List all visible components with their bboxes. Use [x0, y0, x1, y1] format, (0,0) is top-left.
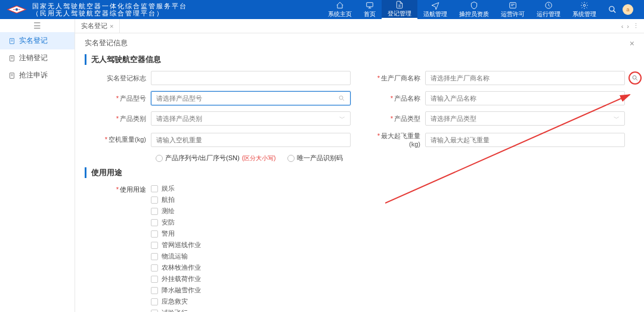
label-model: 产品型号	[94, 94, 151, 103]
tab-nav-controls: ‹ › ⋮	[617, 19, 644, 33]
input-prodname[interactable]	[425, 91, 625, 105]
tab-menu-icon[interactable]: ⋮	[633, 22, 639, 30]
sidebar-toggle[interactable]: ☰	[0, 19, 75, 32]
tab-prev-icon[interactable]: ‹	[621, 23, 624, 30]
tab-next-icon[interactable]: ›	[627, 23, 629, 30]
checkbox-icon	[151, 276, 158, 283]
nav-operation-license[interactable]: 运营许可	[495, 0, 531, 19]
nav-system-mgmt[interactable]: 系统管理	[566, 0, 602, 19]
panel-title: 实名登记信息	[85, 38, 128, 48]
label-mfr: 生产厂商名称	[369, 74, 425, 83]
usage-option[interactable]: 试验飞行	[151, 308, 201, 312]
radio-icon	[287, 155, 295, 162]
search-icon[interactable]	[608, 5, 617, 14]
app-title-line2: （民用无人驾驶航空器综合管理平台）	[32, 10, 187, 17]
doc-icon	[8, 55, 16, 62]
radio-icon	[156, 155, 163, 162]
close-icon[interactable]: ×	[110, 23, 113, 30]
usage-option[interactable]: 航拍	[151, 195, 201, 204]
usage-option[interactable]: 农林牧渔作业	[151, 263, 201, 272]
svg-point-10	[339, 96, 343, 99]
label-reg-id: 实名登记标志	[94, 74, 151, 83]
label-prodname: 产品名称	[369, 94, 425, 103]
header-right: a	[602, 4, 639, 15]
section-uav-info-title: 无人驾驶航空器信息	[85, 54, 637, 65]
usage-option[interactable]: 应急救灾	[151, 297, 201, 306]
input-reg-id[interactable]	[151, 71, 351, 85]
license-icon	[509, 1, 517, 10]
usage-option[interactable]: 管网巡线作业	[151, 241, 201, 249]
svg-point-0	[16, 8, 18, 11]
section-usage-title: 使用用途	[85, 167, 637, 178]
mfr-search-button[interactable]	[628, 71, 642, 85]
usage-option[interactable]: 降水融雪作业	[151, 286, 201, 295]
gear-icon	[580, 1, 589, 10]
input-empty-wt[interactable]	[151, 133, 351, 147]
nav-system-home[interactable]: 系统主页	[322, 0, 358, 19]
checkbox-icon	[151, 208, 158, 215]
label-prodtype: 产品类型	[369, 114, 425, 123]
operation-icon	[544, 1, 553, 10]
label-prodcat: 产品类别	[94, 114, 151, 123]
home-icon	[336, 1, 344, 10]
radio-uid[interactable]: 唯一产品识别码	[287, 154, 343, 163]
tab-bar: 实名登记 × ‹ › ⋮	[75, 19, 644, 33]
checkbox-icon	[151, 310, 158, 313]
input-mtow[interactable]	[425, 133, 625, 147]
checkbox-icon	[151, 287, 158, 294]
app-title: 国家无人驾驶航空器一体化综合监管服务平台 （民用无人驾驶航空器综合管理平台）	[32, 2, 187, 17]
search-icon	[631, 74, 639, 82]
select-prodtype[interactable]: ﹀	[425, 111, 625, 126]
label-mtow: 最大起飞重量(kg)	[369, 132, 425, 148]
select-prodcat[interactable]: ﹀	[151, 111, 351, 126]
label-usage: 使用用途	[94, 184, 151, 312]
checkbox-icon	[151, 230, 158, 238]
sidebar-item-realname[interactable]: 实名登记	[0, 32, 75, 49]
nav-airworthiness[interactable]: 适航管理	[417, 0, 453, 19]
nav-operator-qual[interactable]: 操控员资质	[453, 0, 495, 19]
select-model[interactable]	[151, 91, 351, 105]
nav-operation-mgmt[interactable]: 运行管理	[531, 0, 566, 19]
register-icon	[395, 1, 404, 9]
sidebar-item-appeal[interactable]: 抢注申诉	[0, 67, 75, 84]
input-mfr[interactable]	[425, 71, 625, 85]
top-nav: 系统主页 首页 登记管理 适航管理 操控员资质 运营许可 运行管理 系统管理	[322, 0, 602, 19]
app-title-line1: 国家无人驾驶航空器一体化综合监管服务平台	[32, 2, 187, 10]
checkbox-icon	[151, 219, 158, 226]
doc-icon	[8, 72, 16, 79]
main-area: 实名登记 × ‹ › ⋮ 实名登记信息 × 无人驾驶航空器信息 实名登记标志	[75, 19, 644, 312]
search-icon	[338, 95, 345, 102]
panel-close-icon[interactable]: ×	[630, 39, 634, 48]
nav-registration[interactable]: 登记管理	[382, 0, 417, 19]
usage-option[interactable]: 警用	[151, 229, 201, 238]
checkbox-icon	[151, 264, 158, 272]
plane-icon	[431, 1, 439, 10]
checkbox-icon	[151, 196, 158, 204]
content-panel: 实名登记信息 × 无人驾驶航空器信息 实名登记标志 生产厂商名称 产品型号	[75, 33, 644, 312]
label-empty-wt: 空机重量(kg)	[94, 135, 151, 144]
chevron-down-icon: ﹀	[339, 114, 345, 123]
nav-home[interactable]: 首页	[358, 0, 382, 19]
usage-option[interactable]: 娱乐	[151, 184, 201, 193]
avatar[interactable]: a	[623, 4, 633, 15]
checkbox-icon	[151, 185, 158, 192]
svg-rect-1	[367, 2, 373, 7]
usage-list: 娱乐 航拍 测绘 安防 警用 管网巡线作业 物流运输 农林牧渔作业 外挂载荷作业…	[151, 184, 201, 312]
checkbox-icon	[151, 253, 158, 260]
doc-icon	[8, 38, 16, 45]
usage-option[interactable]: 物流运输	[151, 252, 201, 261]
svg-point-5	[609, 7, 614, 11]
checkbox-icon	[151, 242, 158, 249]
logo-icon	[5, 2, 29, 17]
usage-option[interactable]: 外挂载荷作业	[151, 274, 201, 283]
radio-sn[interactable]: 产品序列号/出厂序号(SN)(区分大小写)	[156, 154, 275, 163]
tab-realname[interactable]: 实名登记 ×	[75, 19, 120, 33]
monitor-icon	[366, 1, 374, 10]
chevron-down-icon: ﹀	[614, 114, 620, 123]
sidebar-item-cancel[interactable]: 注销登记	[0, 49, 75, 67]
usage-option[interactable]: 测绘	[151, 207, 201, 216]
app-header: 国家无人驾驶航空器一体化综合监管服务平台 （民用无人驾驶航空器综合管理平台） 系…	[0, 0, 644, 19]
usage-option[interactable]: 安防	[151, 218, 201, 227]
checkbox-icon	[151, 298, 158, 305]
svg-point-9	[633, 76, 636, 79]
